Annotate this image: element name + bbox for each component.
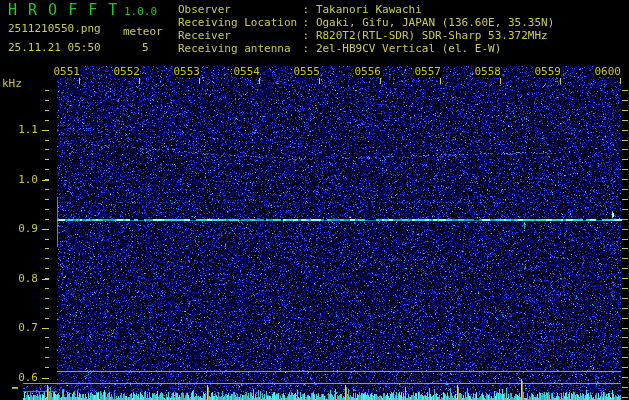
y-tick-label: 0.8 [12, 273, 38, 284]
info-value: Ogaki, Gifu, JAPAN (136.60E, 35.35N) [316, 16, 554, 29]
mode-label: meteor [123, 26, 163, 38]
info-value: 2el-HB9CV Vertical (el. E-W) [316, 42, 501, 55]
y-tick-label: 0.6 [12, 372, 38, 383]
x-tick-label: 0551 [53, 66, 80, 77]
info-value: Takanori Kawachi [316, 3, 422, 16]
x-tick-label: 0555 [293, 66, 320, 77]
station-info-row-3: Receiving antenna : 2el-HB9CV Vertical (… [178, 42, 554, 55]
output-filename: 2511210550.png [8, 23, 101, 35]
spectrogram-canvas [0, 0, 629, 400]
khz-unit-label: kHz [2, 78, 22, 90]
info-label: Observer [178, 3, 296, 16]
station-info-row-2: Receiver : R820T2(RTL-SDR) SDR-Sharp 53.… [178, 29, 554, 42]
info-separator: : [296, 29, 316, 42]
x-tick-label: 0556 [354, 66, 381, 77]
meteor-count: 5 [142, 42, 149, 54]
x-tick-label: 0552 [113, 66, 140, 77]
y-tick-label: 0.7 [12, 322, 38, 333]
station-info-row-1: Receiving Location : Ogaki, Gifu, JAPAN … [178, 16, 554, 29]
app-version: 1.0.0 [124, 6, 157, 18]
info-label: Receiver [178, 29, 296, 42]
y-tick-label: 0.9 [12, 223, 38, 234]
info-value: R820T2(RTL-SDR) SDR-Sharp 53.372MHz [316, 29, 548, 42]
info-separator: : [296, 3, 316, 16]
observation-datetime: 25.11.21 05:50 [8, 42, 101, 54]
x-tick-label: 0553 [173, 66, 200, 77]
info-label: Receiving Location [178, 16, 296, 29]
y-tick-label: 1.1 [12, 124, 38, 135]
x-tick-label: 0554 [233, 66, 260, 77]
info-separator: : [296, 42, 316, 55]
info-label: Receiving antenna [178, 42, 296, 55]
y-tick-label: 1.0 [12, 174, 38, 185]
station-info-row-0: Observer : Takanori Kawachi [178, 3, 554, 16]
x-tick-label: 0557 [414, 66, 441, 77]
station-info-block: Observer : Takanori KawachiReceiving Loc… [178, 3, 554, 55]
info-separator: : [296, 16, 316, 29]
x-tick-label: 0559 [534, 66, 561, 77]
x-tick-label: 0558 [474, 66, 501, 77]
hrofft-screen: H R O F F T 1.0.0 2511210550.png meteor … [0, 0, 629, 400]
x-tick-label: 0600 [594, 66, 621, 77]
app-title: H R O F F T [8, 4, 118, 16]
